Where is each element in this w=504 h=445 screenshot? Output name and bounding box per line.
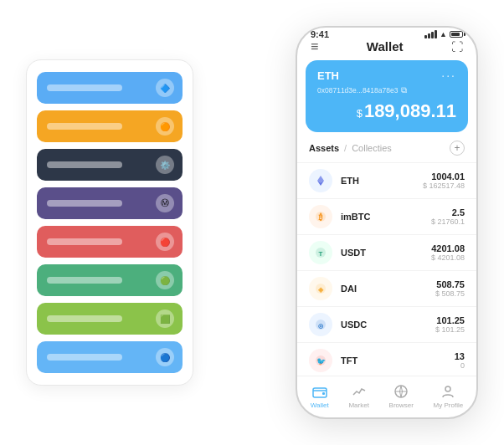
card-label — [47, 315, 122, 322]
nav-browser-label: Browser — [389, 402, 414, 409]
card-stack: 🔷 🟠 ⚙️ Ⓜ 🔴 🟢 🟩 🔵 — [26, 59, 193, 386]
usdc-icon: ◎ — [309, 313, 332, 336]
market-nav-icon — [351, 383, 368, 400]
stack-card-orange[interactable]: 🟠 — [37, 110, 183, 142]
status-bar: 9:41 ▲ — [297, 28, 476, 34]
usdt-usd: $ 4201.08 — [431, 253, 465, 262]
stack-card-green[interactable]: 🟢 — [37, 264, 183, 296]
stack-card-purple[interactable]: Ⓜ — [37, 187, 183, 219]
nav-profile[interactable]: My Profile — [434, 383, 464, 409]
nav-browser[interactable]: Browser — [389, 383, 414, 409]
nav-profile-label: My Profile — [434, 402, 464, 409]
battery-icon — [450, 31, 463, 38]
tft-amount: 13 — [455, 351, 465, 361]
asset-item-usdc[interactable]: ◎ USDC 101.25 $ 101.25 — [297, 306, 476, 342]
tab-collecties[interactable]: Collecties — [352, 143, 392, 153]
eth-usd: $ 162517.48 — [423, 182, 465, 190]
eth-card-name: ETH — [317, 69, 339, 82]
asset-item-imbtc[interactable]: ₿ imBTC 2.5 $ 21760.1 — [297, 198, 476, 234]
page-title: Wallet — [367, 39, 404, 54]
usdc-usd: $ 101.25 — [435, 325, 465, 334]
card-icon: ⚙️ — [156, 156, 174, 174]
tft-usd: 0 — [455, 361, 465, 370]
eth-card-address: 0x08711d3e...8418a78e3 ⧉ — [317, 85, 456, 95]
asset-amounts-tft: 13 0 — [455, 351, 465, 370]
scene: 🔷 🟠 ⚙️ Ⓜ 🔴 🟢 🟩 🔵 — [9, 9, 495, 436]
card-label — [47, 277, 122, 284]
eth-card-menu[interactable]: ··· — [441, 69, 456, 82]
nav-wallet-label: Wallet — [311, 402, 329, 409]
stack-card-lightgreen[interactable]: 🟩 — [37, 303, 183, 335]
eth-card-header: ETH ··· — [317, 69, 456, 82]
nav-market[interactable]: Market — [348, 383, 368, 409]
card-icon: Ⓜ — [156, 194, 174, 212]
asset-amounts-dai: 508.75 $ 508.75 — [435, 279, 465, 298]
tft-icon: 🐦 — [309, 349, 332, 372]
svg-text:T: T — [319, 250, 323, 258]
asset-name-tft: TFT — [341, 355, 455, 366]
asset-item-dai[interactable]: ◈ DAI 508.75 $ 508.75 — [297, 270, 476, 306]
profile-nav-icon — [440, 383, 456, 400]
asset-item-eth[interactable]: ETH 1004.01 $ 162517.48 — [297, 162, 476, 198]
card-label — [47, 238, 122, 245]
asset-name-usdc: USDC — [341, 320, 435, 330]
phone-time: 9:41 — [311, 29, 329, 39]
eth-amount: 1004.01 — [423, 171, 465, 182]
add-asset-button[interactable]: + — [450, 141, 465, 156]
svg-text:🐦: 🐦 — [316, 356, 327, 366]
dai-icon: ◈ — [309, 277, 332, 300]
card-icon: 🔷 — [156, 79, 174, 97]
usdc-amount: 101.25 — [435, 315, 465, 325]
asset-name-usdt: USDT — [341, 248, 431, 258]
wallet-nav-icon — [311, 383, 328, 400]
card-icon: 🔴 — [156, 233, 174, 251]
stack-card-red[interactable]: 🔴 — [37, 226, 183, 258]
asset-list: ETH 1004.01 $ 162517.48 ₿ imBTC 2.5 $ — [297, 162, 476, 376]
stack-card-blue[interactable]: 🔷 — [37, 72, 183, 104]
currency-symbol: $ — [357, 107, 363, 120]
asset-name-eth: ETH — [341, 176, 423, 186]
eth-card[interactable]: ETH ··· 0x08711d3e...8418a78e3 ⧉ $189,08… — [306, 60, 468, 132]
svg-text:◈: ◈ — [317, 286, 324, 294]
svg-point-16 — [445, 386, 450, 391]
copy-icon[interactable]: ⧉ — [401, 85, 407, 95]
card-label — [47, 354, 122, 361]
card-label — [47, 161, 122, 168]
tabs-left: Assets / Collecties — [309, 143, 392, 153]
eth-card-amount: $189,089.11 — [317, 100, 456, 122]
tab-assets[interactable]: Assets — [309, 143, 339, 153]
status-icons: ▲ — [424, 30, 463, 38]
card-icon: 🟩 — [156, 309, 174, 328]
assets-tabs: Assets / Collecties + — [297, 141, 476, 162]
usdt-amount: 4201.08 — [431, 243, 465, 253]
stack-card-lightblue[interactable]: 🔵 — [37, 341, 183, 373]
asset-item-usdt[interactable]: T USDT 4201.08 $ 4201.08 — [297, 234, 476, 270]
signal-icon — [424, 30, 437, 38]
dai-amount: 508.75 — [435, 279, 465, 289]
nav-market-label: Market — [348, 402, 368, 409]
wifi-icon: ▲ — [440, 30, 447, 38]
stack-card-dark[interactable]: ⚙️ — [37, 149, 183, 181]
asset-amounts-imbtc: 2.5 $ 21760.1 — [431, 207, 465, 226]
bottom-nav: Wallet Market Browser — [297, 376, 476, 417]
phone-frame: 9:41 ▲ ≡ Wallet ⛶ ETH — [296, 26, 478, 419]
asset-amounts-usdc: 101.25 $ 101.25 — [435, 315, 465, 334]
imbtc-amount: 2.5 — [431, 207, 465, 217]
card-icon: 🟢 — [156, 271, 174, 289]
expand-icon[interactable]: ⛶ — [451, 40, 463, 54]
dai-usd: $ 508.75 — [435, 289, 465, 298]
card-icon: 🟠 — [156, 117, 174, 136]
menu-icon[interactable]: ≡ — [311, 40, 318, 54]
imbtc-icon: ₿ — [309, 205, 332, 228]
card-label — [47, 200, 122, 207]
asset-amounts-usdt: 4201.08 $ 4201.08 — [431, 243, 465, 262]
imbtc-usd: $ 21760.1 — [431, 217, 465, 226]
eth-icon — [309, 169, 332, 192]
card-label — [47, 84, 122, 91]
nav-wallet[interactable]: Wallet — [311, 383, 329, 409]
asset-name-imbtc: imBTC — [341, 212, 431, 222]
svg-text:◎: ◎ — [318, 323, 323, 329]
browser-nav-icon — [393, 383, 409, 400]
tab-separator: / — [344, 143, 347, 153]
asset-item-tft[interactable]: 🐦 TFT 13 0 — [297, 342, 476, 376]
